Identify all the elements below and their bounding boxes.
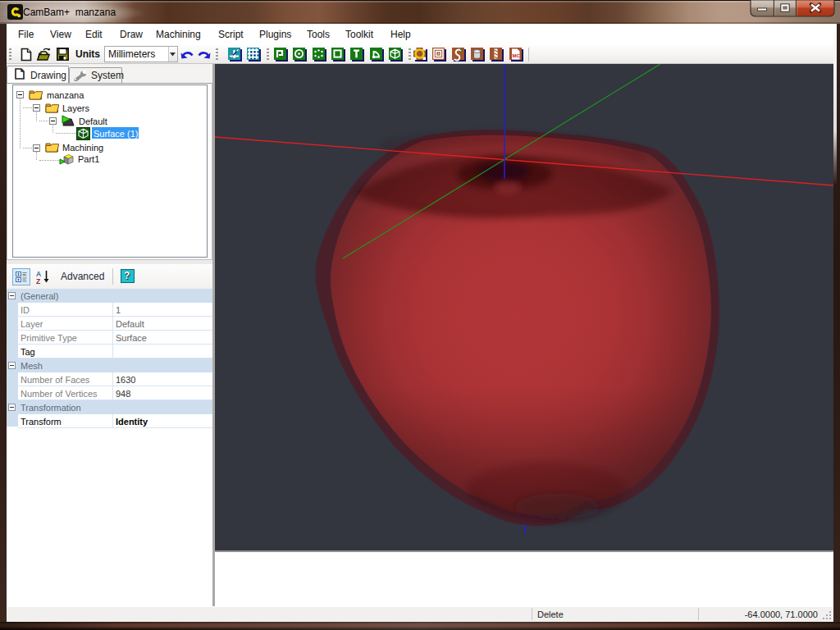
svg-text:Z: Z bbox=[36, 277, 40, 285]
svg-text:MC: MC bbox=[513, 53, 521, 58]
